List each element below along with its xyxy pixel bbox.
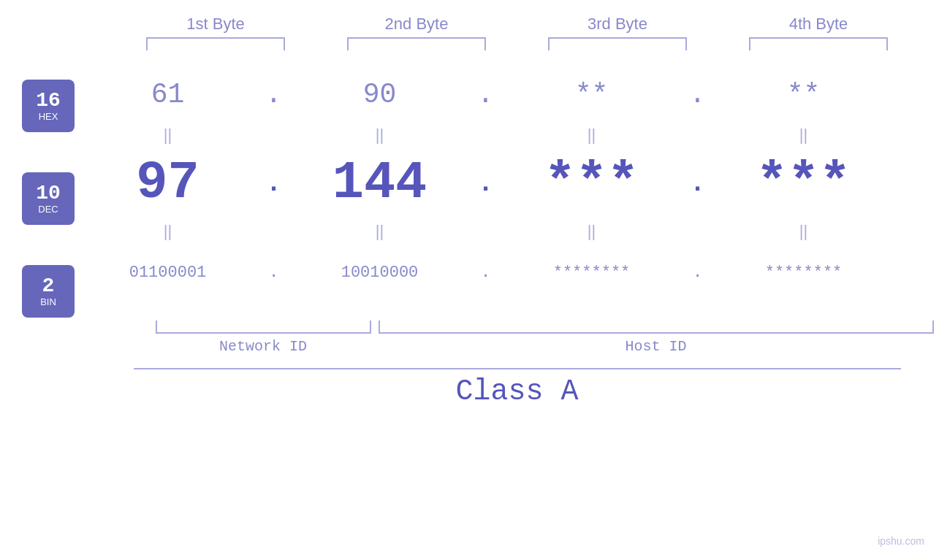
dec-dot-2-sym: . [478, 169, 494, 199]
hex-dot-3: . [677, 79, 718, 110]
bottom-brackets-wrapper [101, 321, 934, 334]
bracket-2 [347, 37, 486, 50]
byte-headers-row: 1st Byte 2nd Byte 3rd Byte 4th Byte [115, 15, 919, 34]
byte-header-4: 4th Byte [738, 15, 899, 34]
content-area: 16 HEX 10 DEC 2 BIN 61 . [0, 58, 939, 318]
hex-badge-num: 16 [36, 91, 61, 111]
sep-row-2: || || || || [82, 220, 939, 243]
dec-val-1: 97 [136, 153, 199, 213]
watermark: ipshu.com [878, 535, 924, 547]
bin-dot-3-sym: . [693, 264, 702, 282]
dec-badge-label: DEC [38, 204, 58, 215]
dec-val-3: *** [544, 153, 639, 213]
sep-cell-8: || [718, 222, 889, 241]
hex-dot-1: . [254, 79, 294, 110]
dec-badge: 10 DEC [22, 172, 75, 225]
hex-cell-1: 61 [82, 79, 254, 110]
bin-dot-2: . [465, 264, 506, 282]
hex-cell-2: 90 [294, 79, 465, 110]
bracket-1 [146, 37, 285, 50]
hex-dot-1-sym: . [265, 79, 282, 110]
hex-dot-2: . [465, 79, 506, 110]
sep-row-1: || || || || [82, 123, 939, 147]
hex-dot-3-sym: . [689, 79, 706, 110]
bin-val-3: ******** [553, 264, 631, 282]
sep-cell-3: || [506, 126, 677, 145]
hex-val-1: 61 [151, 79, 185, 110]
bin-dot-1-sym: . [269, 264, 278, 282]
dec-cell-4: *** [718, 157, 889, 210]
dec-dot-1-sym: . [266, 169, 282, 199]
dec-badge-num: 10 [36, 183, 61, 204]
sep-cell-1: || [82, 126, 254, 145]
bottom-section: Network ID Host ID [101, 321, 934, 355]
bin-badge: 2 BIN [22, 265, 75, 318]
bin-dot-1: . [254, 264, 294, 282]
main-container: 1st Byte 2nd Byte 3rd Byte 4th Byte 16 H… [0, 0, 939, 560]
bin-cell-3: ******** [506, 264, 677, 282]
dec-dot-2: . [465, 169, 506, 199]
top-brackets-row [115, 37, 919, 50]
hex-val-2: 90 [363, 79, 397, 110]
hex-badge-label: HEX [39, 111, 58, 122]
dec-dot-3-sym: . [690, 169, 706, 199]
hex-val-4: ** [787, 79, 821, 110]
dec-dot-3: . [677, 169, 718, 199]
bin-row: 01100001 . 10010000 . ******** . [82, 243, 939, 302]
class-line [134, 368, 901, 369]
sep-cell-7: || [506, 222, 677, 241]
class-label: Class A [134, 375, 901, 408]
dec-val-4: *** [756, 153, 851, 213]
hex-dot-2-sym: . [477, 79, 494, 110]
host-bracket [379, 321, 934, 334]
id-labels-row: Network ID Host ID [101, 338, 934, 355]
hex-cell-4: ** [718, 79, 889, 110]
byte-header-2: 2nd Byte [336, 15, 497, 34]
bin-cell-4: ******** [718, 264, 889, 282]
bin-dot-3: . [677, 264, 718, 282]
sep-cell-5: || [82, 222, 254, 241]
bin-cell-2: 10010000 [294, 264, 465, 282]
bracket-3 [548, 37, 687, 50]
hex-row: 61 . 90 . ** . ** [82, 65, 939, 123]
sep-cell-4: || [718, 126, 889, 145]
bracket-4 [749, 37, 888, 50]
dec-cell-1: 97 [82, 157, 254, 210]
bin-badge-label: BIN [40, 296, 56, 307]
sep-cell-2: || [294, 126, 465, 145]
dec-cell-3: *** [506, 157, 677, 210]
badges-column: 16 HEX 10 DEC 2 BIN [22, 58, 75, 318]
network-id-label: Network ID [156, 338, 371, 355]
dec-dot-1: . [254, 169, 294, 199]
bin-dot-2-sym: . [481, 264, 490, 282]
byte-header-3: 3rd Byte [537, 15, 698, 34]
hex-cell-3: ** [506, 79, 677, 110]
byte-header-1: 1st Byte [135, 15, 296, 34]
dec-cell-2: 144 [294, 157, 465, 210]
values-grid: 61 . 90 . ** . ** [82, 58, 939, 302]
bin-cell-1: 01100001 [82, 264, 254, 282]
hex-val-3: ** [575, 79, 609, 110]
sep-cell-6: || [294, 222, 465, 241]
bin-val-2: 10010000 [341, 264, 419, 282]
bin-val-1: 01100001 [129, 264, 207, 282]
hex-badge: 16 HEX [22, 80, 75, 132]
bin-badge-num: 2 [42, 276, 55, 296]
network-bracket [156, 321, 371, 334]
dec-row: 97 . 144 . *** . *** [82, 147, 939, 220]
host-id-label: Host ID [379, 338, 934, 355]
dec-val-2: 144 [332, 153, 427, 213]
bin-val-4: ******** [765, 264, 843, 282]
class-section: Class A [134, 368, 901, 408]
